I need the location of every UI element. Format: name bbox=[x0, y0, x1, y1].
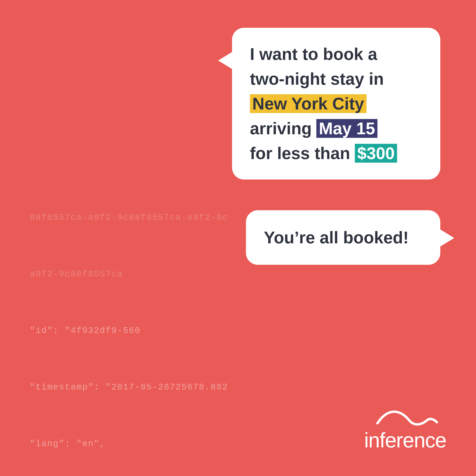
code-line: "timestamp": "2017-05-26725678.882 bbox=[30, 378, 446, 397]
logo-text: inference bbox=[364, 428, 446, 452]
brand-logo: inference bbox=[364, 409, 446, 452]
logo-wave-icon bbox=[370, 409, 441, 427]
highlight-city: New York City bbox=[250, 94, 367, 113]
bubble-line: arriving May 15 bbox=[250, 116, 423, 141]
bot-speech-bubble: You’re all booked! bbox=[246, 210, 440, 265]
bubble-line: I want to book a bbox=[250, 42, 423, 67]
bubble-line: You’re all booked! bbox=[264, 225, 423, 250]
highlight-price: $300 bbox=[355, 144, 397, 163]
bubble-tail-right-icon bbox=[436, 227, 454, 249]
code-line: a9f2-9c88f8557ca bbox=[30, 265, 446, 284]
bubble-line: two-night stay in bbox=[250, 67, 423, 91]
bubble-tail-left-icon bbox=[218, 50, 236, 71]
highlight-date: May 15 bbox=[316, 119, 377, 138]
code-line: "id": "4f932df9-560 bbox=[30, 321, 446, 340]
user-speech-bubble: I want to book a two-night stay in New Y… bbox=[232, 28, 440, 180]
bubble-line: New York City bbox=[250, 91, 423, 116]
bubble-line: for less than $300 bbox=[250, 141, 423, 166]
